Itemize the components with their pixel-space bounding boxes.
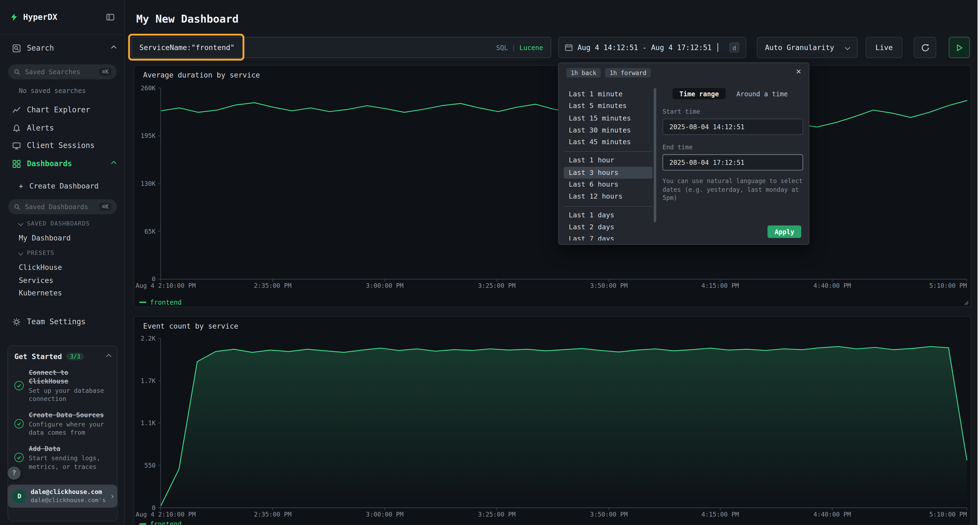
- svg-text:0: 0: [152, 276, 156, 282]
- time-preset-item[interactable]: Last 5 minutes: [564, 100, 652, 112]
- svg-text:3:50:00 PM: 3:50:00 PM: [590, 282, 628, 289]
- get-started-header[interactable]: Get Started 3/3: [14, 352, 111, 361]
- start-time-input[interactable]: 2025-08-04 14:12:51: [663, 119, 803, 135]
- end-time-label: End time: [663, 144, 803, 151]
- get-started-item-desc: Set up your database connection: [29, 387, 110, 403]
- chevron-up-icon: [111, 161, 116, 166]
- avatar: D: [13, 489, 26, 503]
- search-query-input[interactable]: ServiceName:"frontend" SQL | Lucene: [131, 37, 551, 58]
- time-preset-item[interactable]: Last 6 hours: [564, 179, 652, 191]
- time-preset-item[interactable]: Last 3 hours: [564, 167, 652, 179]
- panel-resize-handle[interactable]: [963, 299, 969, 306]
- svg-text:130K: 130K: [140, 180, 156, 187]
- tab-time-range[interactable]: Time range: [672, 88, 726, 99]
- close-icon[interactable]: ×: [796, 66, 801, 76]
- saved-dashboards-placeholder: Saved Dashboards: [25, 203, 88, 211]
- preset-dashboard-item[interactable]: Kubernetes: [19, 289, 62, 297]
- shift-back-button[interactable]: 1h back: [566, 68, 601, 77]
- run-query-button[interactable]: [949, 37, 970, 58]
- svg-text:3:00:00 PM: 3:00:00 PM: [366, 282, 403, 289]
- line-chart: 065K130K195K260KAug 4 2:10:00 PM2:35:00 …: [134, 82, 969, 294]
- svg-text:1.7K: 1.7K: [140, 377, 156, 384]
- user-org: dale@clickhouse.com's: [30, 496, 106, 504]
- search-section-icon: [13, 44, 21, 52]
- check-circle-icon: [14, 453, 24, 462]
- svg-text:3:50:00 PM: 3:50:00 PM: [590, 511, 628, 518]
- help-button[interactable]: ?: [8, 466, 21, 480]
- scrollbar-thumb[interactable]: [654, 88, 656, 222]
- svg-text:550: 550: [144, 462, 156, 469]
- get-started-item-title: Create Data Sources: [29, 411, 110, 419]
- create-dashboard-label: Create Dashboard: [29, 182, 99, 190]
- collapse-sidebar-icon[interactable]: [106, 13, 115, 21]
- chevron-down-icon: [18, 250, 23, 255]
- get-started-progress-badge: 3/3: [67, 353, 84, 360]
- monitor-icon: [13, 141, 21, 150]
- play-icon: [956, 44, 963, 51]
- refresh-button[interactable]: [914, 37, 937, 58]
- sidebar-item-label: Dashboards: [27, 159, 72, 168]
- get-started-item[interactable]: Connect to ClickHouse Set up your databa…: [14, 369, 111, 403]
- saved-searches-input[interactable]: Saved Searches ⌘K: [8, 64, 117, 79]
- time-preset-item[interactable]: Last 1 minute: [564, 88, 652, 100]
- sidebar: HyperDX Search Saved Searches ⌘K No save…: [0, 0, 125, 525]
- granularity-select[interactable]: Auto Granularity: [757, 37, 858, 58]
- svg-text:2.2K: 2.2K: [140, 335, 156, 342]
- page-title: My New Dashboard: [136, 13, 239, 25]
- time-picker-popover: 1h back 1h forward × Last 1 minute Last …: [558, 63, 809, 245]
- sidebar-search-label: Search: [27, 44, 54, 52]
- sidebar-item-dashboards[interactable]: Dashboards: [13, 158, 116, 169]
- sidebar-item-alerts[interactable]: Alerts: [13, 122, 116, 133]
- legend-dash-icon: [139, 523, 146, 525]
- get-started-item[interactable]: Add Data Start sending logs, metrics, or…: [14, 444, 111, 471]
- tab-around-a-time[interactable]: Around a time: [730, 88, 795, 99]
- live-button[interactable]: Live: [865, 37, 902, 58]
- sidebar-item-client-sessions[interactable]: Client Sessions: [13, 140, 116, 151]
- time-preset-item[interactable]: Last 30 minutes: [564, 124, 652, 136]
- section-header-label: PRESETS: [27, 249, 54, 256]
- get-started-item-desc: Configure where your data comes from: [29, 420, 110, 437]
- shift-forward-button[interactable]: 1h forward: [605, 68, 651, 77]
- time-preset-item[interactable]: Last 1 hour: [564, 152, 652, 167]
- presets-section-header[interactable]: PRESETS: [19, 249, 54, 256]
- sidebar-item-chart-explorer[interactable]: Chart Explorer: [13, 104, 116, 115]
- end-time-input[interactable]: 2025-08-04 17:12:51: [663, 154, 803, 171]
- time-preset-item[interactable]: Last 45 minutes: [564, 136, 652, 148]
- time-preset-item[interactable]: Last 1 days: [564, 206, 652, 221]
- preset-list-scrollbar[interactable]: [654, 88, 656, 241]
- section-header-label: SAVED DASHBOARDS: [27, 220, 90, 227]
- sidebar-item-search[interactable]: Search: [13, 43, 116, 54]
- text-caret: [717, 43, 718, 52]
- line-chart: 05501.1K1.7K2.2KAug 4 2:10:00 PM2:35:00 …: [134, 333, 969, 518]
- chevron-up-icon: [106, 354, 111, 359]
- create-dashboard-button[interactable]: + Create Dashboard: [19, 181, 116, 192]
- saved-dashboard-item[interactable]: My Dashboard: [19, 234, 71, 243]
- time-range-input[interactable]: Aug 4 14:12:51 - Aug 4 17:12:51 d: [558, 37, 746, 58]
- get-started-title: Get Started: [14, 352, 62, 361]
- get-started-item-title: Add Data: [29, 444, 110, 453]
- saved-dashboards-input[interactable]: Saved Dashboards ⌘K: [8, 199, 117, 214]
- saved-dashboards-section-header[interactable]: SAVED DASHBOARDS: [19, 220, 90, 227]
- svg-text:1.1K: 1.1K: [140, 420, 156, 427]
- svg-text:2:35:00 PM: 2:35:00 PM: [254, 511, 291, 518]
- preset-dashboard-item[interactable]: ClickHouse: [19, 263, 62, 272]
- get-started-item[interactable]: Create Data Sources Configure where your…: [14, 411, 111, 437]
- refresh-icon: [921, 43, 929, 52]
- time-preset-item[interactable]: Last 2 days: [564, 221, 652, 233]
- no-saved-searches-note: No saved searches: [19, 87, 86, 94]
- time-preset-list: Last 1 minute Last 5 minutes Last 15 min…: [564, 88, 652, 241]
- sidebar-item-team-settings[interactable]: Team Settings: [13, 316, 116, 327]
- lucene-mode-toggle[interactable]: Lucene: [519, 44, 543, 51]
- preset-dashboard-item[interactable]: Services: [19, 276, 53, 285]
- apply-button[interactable]: Apply: [768, 225, 801, 238]
- time-preset-item[interactable]: Last 15 minutes: [564, 112, 652, 124]
- time-preset-item[interactable]: Last 12 hours: [564, 191, 652, 203]
- brand-row: HyperDX: [0, 0, 124, 35]
- sql-mode-toggle[interactable]: SQL: [496, 44, 508, 51]
- user-account-chip[interactable]: D dale@clickhouse.com dale@clickhouse.co…: [8, 485, 118, 508]
- svg-text:2:35:00 PM: 2:35:00 PM: [254, 282, 291, 289]
- time-preset-item[interactable]: Last 7 days: [564, 233, 652, 241]
- window-scrollbar[interactable]: [978, 0, 980, 525]
- chevron-right-icon: ›: [110, 492, 115, 501]
- svg-text:3:25:00 PM: 3:25:00 PM: [478, 282, 515, 289]
